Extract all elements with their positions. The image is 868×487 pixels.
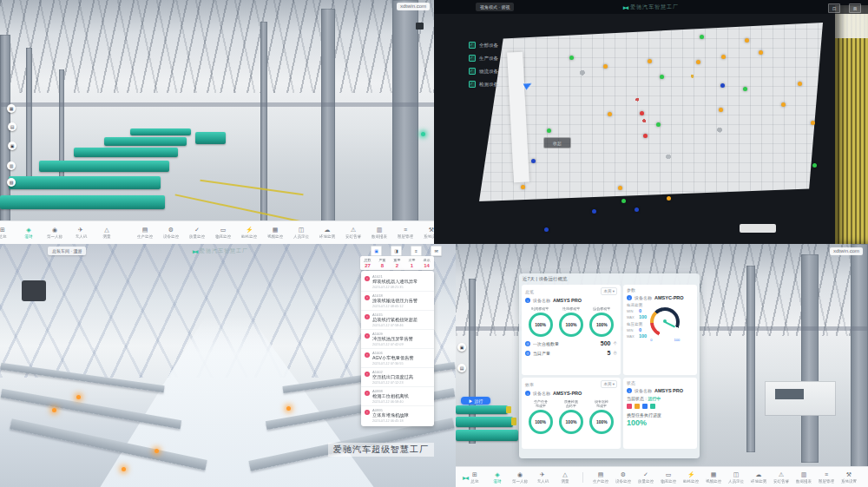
run-button[interactable]: ▶ 运行 (461, 397, 490, 405)
device-dot[interactable] (811, 121, 815, 125)
device-dot[interactable] (640, 111, 644, 115)
toolbar-item[interactable]: ≡ 图层管理 (392, 227, 418, 239)
toolbar-item[interactable]: ⚡ 能耗监控 (236, 227, 262, 239)
alarm-item[interactable]: ! A1006 AGV小车电量低告警 2023-07-12 07:30:55 (361, 349, 434, 368)
toolbar-item[interactable]: ◈ 漫游 (486, 471, 509, 484)
device-dot[interactable] (531, 159, 536, 163)
toolbar-item[interactable]: ▦ 视频监控 (262, 227, 288, 239)
toolbar-item[interactable]: ⚒ 系统设置 (838, 471, 860, 484)
status-beacon[interactable] (421, 132, 425, 136)
marker-badge[interactable]: ▤ (457, 364, 466, 372)
toolbar-item[interactable]: ▤ 生产监控 (132, 227, 158, 239)
compass-icon[interactable] (416, 23, 424, 30)
map-legend-chip[interactable] (740, 224, 776, 233)
toolbar-item[interactable]: ≡ 图层管理 (815, 471, 838, 484)
view-mode-pill[interactable]: 视角模式 · 俯视 (476, 3, 514, 11)
alarm-menu-button[interactable]: ≡ (411, 246, 422, 256)
toolbar-item[interactable]: ⚠ 安灯告警 (770, 471, 792, 484)
layer-checkbox[interactable]: 检测设备 (469, 81, 498, 88)
device-dot[interactable] (720, 83, 725, 88)
toolbar-item[interactable]: ▤ 生产监控 (589, 471, 612, 484)
toolbar-item[interactable]: ✈ 无人机 (68, 227, 94, 239)
device-dot[interactable] (635, 207, 639, 212)
device-dot[interactable] (812, 163, 817, 168)
device-dot[interactable] (781, 102, 786, 107)
toolbar-item[interactable]: ▦ 视频监控 (702, 471, 725, 484)
toolbar-item[interactable]: ⚙ 设备监控 (158, 227, 184, 239)
device-dot[interactable] (592, 209, 596, 214)
toolbar-item[interactable]: ⚡ 能耗监控 (680, 471, 702, 484)
alarm-filter-button[interactable]: ▣ (371, 246, 382, 256)
alarm-item[interactable]: ! A1015 总装线拧紧枪扭矩超差 2023-07-12 07:58:46 (361, 311, 434, 330)
marker-badge[interactable]: ▦ (7, 104, 16, 113)
toolbar-item[interactable]: ▭ 物流监控 (657, 471, 680, 484)
alarm-mail-button[interactable]: ✉ (431, 246, 442, 256)
device-dot[interactable] (719, 108, 723, 112)
marker-badge[interactable]: ▥ (7, 161, 16, 170)
status-icon[interactable] (635, 404, 640, 409)
device-dot[interactable] (743, 87, 747, 91)
toolbar-item[interactable]: ✓ 质量监控 (635, 471, 657, 484)
alarm-item[interactable]: ! A1009 冲压线油压异常告警 2023-07-12 07:42:09 (361, 330, 434, 349)
toolbar-item[interactable]: ☁ 环境监测 (314, 227, 340, 239)
device-dot[interactable] (547, 128, 551, 133)
device-dot[interactable] (759, 50, 763, 55)
toolbar-item[interactable]: ▥ 数据报表 (366, 227, 392, 239)
settings-button[interactable]: ⊠ (849, 3, 861, 13)
toolbar-item[interactable]: ▥ 数据报表 (792, 471, 815, 484)
device-dot[interactable] (745, 38, 749, 43)
toolbar-item[interactable]: ✈ 无人机 (531, 471, 554, 484)
toolbar-item[interactable]: ⚠ 安灯告警 (340, 227, 366, 239)
marker-badge[interactable]: ▣ (457, 343, 466, 352)
device-dot[interactable] (667, 196, 671, 201)
period-dropdown[interactable]: 本周 ▾ (601, 287, 617, 295)
toolbar-item[interactable]: ◫ 人员定位 (725, 471, 747, 484)
layer-checkbox[interactable]: 物流设备 (469, 68, 498, 75)
period-dropdown[interactable]: 本周 ▾ (601, 380, 617, 388)
device-dot[interactable] (696, 60, 700, 64)
collapse-button[interactable]: 收起 (543, 137, 571, 148)
toolbar-item[interactable]: ⚒ 系统设置 (418, 227, 434, 239)
device-dot[interactable] (618, 186, 622, 190)
device-dot[interactable] (660, 75, 664, 79)
toolbar-item[interactable]: ⚙ 设备监控 (612, 471, 635, 484)
device-dot[interactable] (643, 134, 648, 138)
alarm-item[interactable]: ! A0998 检测工位相机离线 2023-07-12 06:58:40 (361, 387, 434, 406)
device-dot[interactable] (569, 56, 574, 60)
marker-badge[interactable]: ▧ (7, 178, 16, 187)
marker-badge[interactable]: ▣ (8, 141, 16, 150)
toolbar-item[interactable]: ◉ 第一人称 (42, 227, 68, 239)
view-mode-pill[interactable]: 总装车间 · 漫游 (48, 247, 86, 255)
fullscreen-button[interactable]: ⊡ (828, 3, 840, 13)
device-dot[interactable] (544, 227, 549, 232)
device-dot[interactable] (798, 82, 802, 86)
status-icon[interactable] (627, 404, 632, 409)
layer-checkbox[interactable]: 全部设备 (469, 42, 498, 49)
layer-checkbox[interactable]: 生产设备 (469, 55, 498, 62)
device-dot[interactable] (721, 55, 726, 59)
device-dot[interactable] (608, 112, 612, 116)
alarm-item[interactable]: ! A1002 空压机出口温度过高 2023-07-12 07:12:23 (361, 368, 434, 387)
device-dot[interactable] (521, 185, 525, 189)
status-icon[interactable] (650, 404, 655, 409)
toolbar-item[interactable]: △ 测量 (554, 471, 576, 484)
toolbar-item[interactable]: ◈ 漫游 (16, 227, 42, 239)
toolbar-item[interactable]: ⊞ 总览 (0, 227, 16, 239)
toolbar-item[interactable]: ◫ 人员定位 (288, 227, 314, 239)
toolbar-item[interactable]: ☁ 环境监测 (747, 471, 770, 484)
toolbar-item[interactable]: ▭ 物流监控 (210, 227, 236, 239)
toolbar-item[interactable]: ◉ 第一人称 (509, 471, 531, 484)
floor-plan[interactable] (479, 23, 823, 201)
device-dot[interactable] (621, 199, 626, 203)
device-dot[interactable] (648, 59, 652, 63)
marker-badge[interactable]: ▤ (8, 122, 16, 131)
device-dot[interactable] (656, 122, 661, 127)
status-icon[interactable] (642, 404, 648, 409)
alarm-item[interactable]: ! A1021 焊装线机器人通讯异常 2023-07-12 08:21:35 (361, 273, 434, 292)
alarm-item[interactable]: ! A0995 立体库堆垛机故障 2023-07-12 06:45:18 (361, 406, 434, 424)
toolbar-item[interactable]: ✓ 质量监控 (184, 227, 210, 239)
device-dot[interactable] (603, 64, 608, 69)
device-dot[interactable] (700, 35, 704, 39)
toolbar-item[interactable]: △ 测量 (94, 227, 120, 239)
alarm-list-button[interactable]: ◨ (391, 246, 402, 256)
